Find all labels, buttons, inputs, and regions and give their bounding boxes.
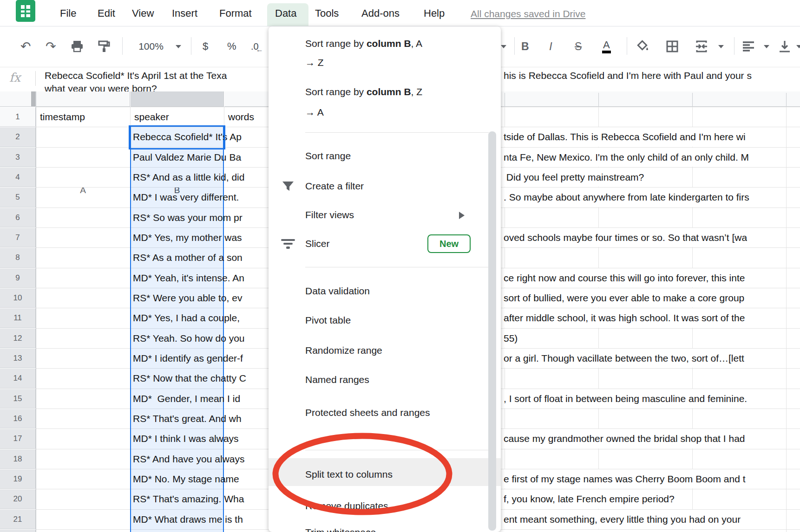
cell-overflow-row13[interactable]: or a girl. Though vacillate between the …	[504, 349, 744, 368]
menu-item-sort-range-asc[interactable]: Sort range by column B, A	[305, 37, 422, 50]
menu-item-protected-sheets[interactable]: Protected sheets and ranges	[305, 403, 435, 422]
cell-b14[interactable]: RS* Now that the chatty C	[133, 368, 269, 389]
row-header-1[interactable]: 1	[0, 107, 36, 127]
row-header-17[interactable]: 17	[0, 429, 36, 449]
cell-b10[interactable]: RS* Were you able to, ev	[133, 288, 269, 308]
row-header-18[interactable]: 18	[0, 449, 36, 469]
cell-overflow-row2[interactable]: tside of Dallas. This is Rebecca Scofiel…	[504, 127, 746, 147]
row-header-3[interactable]: 3	[0, 148, 36, 167]
cell-overflow-row17[interactable]: cause my grandmother owned the bridal sh…	[504, 429, 745, 448]
menu-item-sort-range-desc[interactable]: Sort range by column B, Z	[305, 85, 422, 98]
menu-addons[interactable]: Add-ons	[361, 7, 400, 19]
cell-b1[interactable]: speaker	[134, 107, 223, 127]
redo-icon[interactable]: ↷	[46, 38, 56, 55]
format-currency-button[interactable]: $	[203, 38, 208, 55]
column-header-a[interactable]: A	[36, 91, 130, 107]
cell-overflow-row21[interactable]: ent meant something, every little thing …	[504, 510, 741, 529]
menu-item-create-filter[interactable]: Create a filter	[305, 180, 364, 193]
more-caret-icon[interactable]	[796, 38, 800, 55]
column-header-h[interactable]: H	[692, 91, 786, 107]
row-header-7[interactable]: 7	[0, 228, 36, 247]
cell-b3[interactable]: Paul Valdez Marie Du Ba	[133, 147, 269, 167]
font-size-caret-icon[interactable]	[501, 38, 506, 55]
cell-b6[interactable]: RS* So was your mom pr	[133, 208, 269, 227]
bold-button[interactable]: B	[521, 38, 529, 55]
cell-b9[interactable]: MD* Yeah, it's intense. An	[133, 268, 269, 288]
row-header-14[interactable]: 14	[0, 369, 36, 389]
borders-icon[interactable]	[665, 38, 679, 55]
menu-item-randomize-range[interactable]: Randomize range	[305, 344, 382, 357]
row-header-9[interactable]: 9	[0, 268, 36, 288]
menu-item-sort-range-asc-line2[interactable]: → Z	[305, 56, 324, 69]
align-caret-icon[interactable]	[764, 38, 769, 55]
cell-b17[interactable]: MD* I think I was always	[133, 428, 269, 449]
row-header-19[interactable]: 19	[0, 469, 36, 489]
menu-item-sort-range[interactable]: Sort range	[305, 149, 351, 162]
text-color-button[interactable]: A	[602, 38, 611, 55]
menu-file[interactable]: File	[60, 7, 76, 19]
merge-caret-icon[interactable]	[718, 38, 724, 55]
menu-item-trim-whitespace[interactable]: Trim whitespace	[305, 526, 376, 532]
cell-b8[interactable]: RS* As a mother of a son	[133, 247, 269, 268]
menu-item-slicer[interactable]: Slicer	[305, 237, 330, 250]
cell-b19[interactable]: MD* No. My stage name	[133, 469, 269, 489]
cell-overflow-row20[interactable]: f, you know, late French empire period?	[504, 489, 675, 509]
cell-b4[interactable]: RS* And as a little kid, did	[133, 167, 269, 187]
column-header-f[interactable]: F	[505, 91, 598, 107]
row-header-6[interactable]: 6	[0, 208, 36, 227]
row-header-13[interactable]: 13	[0, 349, 36, 368]
paint-format-icon[interactable]	[97, 38, 111, 55]
menu-help[interactable]: Help	[424, 7, 445, 19]
cell-overflow-row4[interactable]: Did you feel pretty mainstream?	[504, 168, 644, 187]
menu-data[interactable]: Data	[275, 7, 296, 19]
print-icon[interactable]	[70, 38, 84, 55]
row-header-12[interactable]: 12	[0, 329, 36, 348]
cell-b21[interactable]: MD* What draws me is th	[133, 509, 269, 529]
menu-tools[interactable]: Tools	[315, 7, 339, 19]
formula-input-line1-left[interactable]: Rebecca Scofield* It's April 1st at the …	[45, 70, 269, 84]
menu-insert[interactable]: Insert	[172, 7, 197, 19]
row-header-15[interactable]: 15	[0, 389, 36, 409]
vertical-align-icon[interactable]	[778, 38, 792, 55]
cell-overflow-row19[interactable]: e first of my stage names was Cherry Boo…	[504, 469, 746, 488]
row-header-22[interactable]: 22	[0, 530, 36, 532]
cell-b18[interactable]: RS* And have you always	[133, 449, 269, 469]
row-header-11[interactable]: 11	[0, 308, 36, 328]
fill-color-icon[interactable]	[636, 38, 650, 55]
cell-overflow-row11[interactable]: after middle school, it was high school.…	[504, 308, 745, 328]
cell-b11[interactable]: MD* Yes, I had a couple,	[133, 308, 269, 328]
cell-c1[interactable]: words	[228, 107, 269, 127]
menu-scrollbar[interactable]	[488, 131, 496, 531]
cell-overflow-row3[interactable]: nta Fe, New Mexico. I'm the only child o…	[504, 148, 749, 167]
cell-overflow-row9[interactable]: ce right now and course this will go int…	[504, 268, 745, 287]
zoom-caret-icon[interactable]	[176, 38, 181, 55]
row-header-20[interactable]: 20	[0, 489, 36, 509]
column-header-b[interactable]: B	[131, 91, 224, 107]
menu-item-data-validation[interactable]: Data validation	[305, 285, 370, 298]
row-header-21[interactable]: 21	[0, 510, 36, 529]
cell-overflow-row15[interactable]: , I sort of float in between being mascu…	[504, 389, 747, 408]
format-percent-button[interactable]: %	[227, 38, 236, 55]
merge-cells-icon[interactable]	[694, 38, 709, 55]
cell-b7[interactable]: MD* Yes, my mother was	[133, 227, 269, 247]
menu-item-named-ranges[interactable]: Named ranges	[305, 373, 369, 386]
menu-item-pivot-table[interactable]: Pivot table	[305, 314, 351, 327]
cell-overflow-row10[interactable]: sort of bullied, were you ever able to m…	[504, 288, 744, 307]
row-header-4[interactable]: 4	[0, 168, 36, 187]
row-header-10[interactable]: 10	[0, 288, 36, 308]
cell-b13[interactable]: MD* I identify as gender-f	[133, 348, 269, 368]
menu-item-remove-duplicates[interactable]: Remove duplicates	[305, 500, 388, 513]
row-header-8[interactable]: 8	[0, 248, 36, 268]
italic-button[interactable]: I	[549, 38, 552, 55]
menu-item-split-text-to-columns[interactable]: Split text to columns	[305, 468, 393, 481]
column-header-g[interactable]: G	[598, 91, 692, 107]
decrease-decimal-button[interactable]: .0←	[251, 38, 266, 55]
cell-b5[interactable]: MD* I was very different.	[133, 187, 269, 208]
menu-item-sort-range-desc-line2[interactable]: → A	[305, 106, 324, 119]
menu-view[interactable]: View	[132, 7, 154, 19]
formula-input-line2[interactable]: what year you were born?	[45, 83, 269, 91]
cell-b12[interactable]: RS* Yeah. So how do you	[133, 328, 269, 348]
formula-input-line1-right[interactable]: his is Rebecca Scofield and I'm here wit…	[504, 70, 800, 84]
cell-overflow-row5[interactable]: . So maybe about anywhere from late kind…	[504, 188, 749, 207]
menu-item-filter-views[interactable]: Filter views	[305, 208, 354, 221]
